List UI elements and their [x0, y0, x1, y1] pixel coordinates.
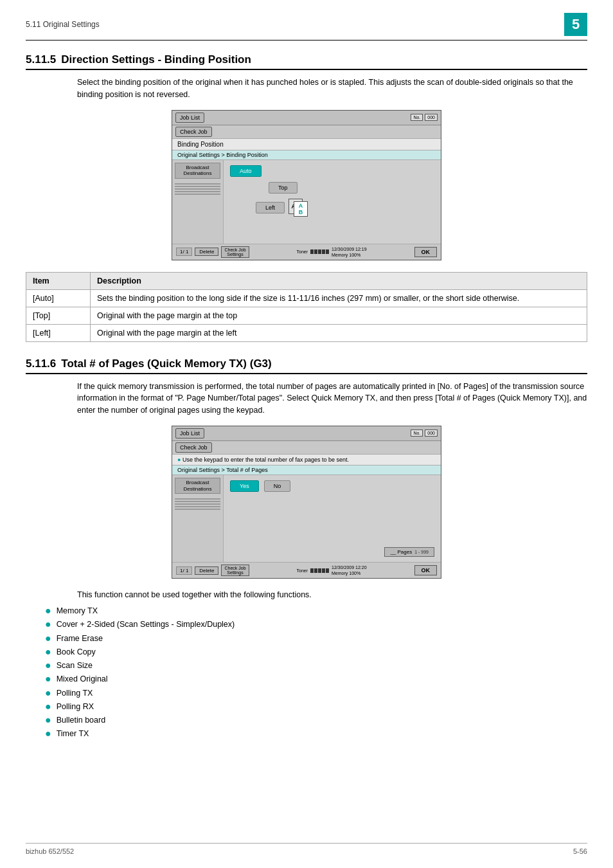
ui1-icon-000: 000 [425, 114, 438, 121]
ui2-sidebar-label: BroadcastDestinations [175, 478, 220, 494]
ui1-title: Binding Position [172, 139, 441, 150]
ui1-top-bar: Job List No. 000 [172, 111, 441, 125]
ui2-content: Yes No __ Pages 1 - 999 [224, 475, 441, 562]
list-item: ●Cover + 2-Sided (Scan Settings - Simple… [45, 618, 587, 631]
ui1-ok-btn[interactable]: OK [414, 247, 438, 257]
bullet-icon-0: ● [45, 604, 51, 618]
ui2-check-settings-btn[interactable]: Check JobSettings [221, 565, 249, 576]
section-511-6-desc: If the quick memory transmission is perf… [77, 381, 587, 417]
ui1-icon-area: No. 000 [411, 114, 438, 121]
ui2-delete-btn[interactable]: Delete [195, 566, 218, 575]
section-511-6-heading: 5.11.6Total # of Pages (Quick Memory TX)… [26, 357, 587, 374]
ui1-toner-bar [310, 249, 329, 254]
ui2-line-2 [175, 501, 220, 502]
ui1-seg2 [314, 249, 317, 254]
ui2-main-area: BroadcastDestinations Yes No __ Pages [172, 475, 441, 562]
list-item: ●Frame Erase [45, 632, 587, 646]
ui2-yes-no-row: Yes No [230, 480, 290, 492]
bullet-list: ●Memory TX ●Cover + 2-Sided (Scan Settin… [45, 604, 587, 741]
footer-left: bizhub 652/552 [26, 847, 74, 855]
ui1-sidebar-lines [175, 183, 220, 195]
page-footer: bizhub 652/552 5-56 [26, 843, 587, 855]
table-cell-item-2: [Left] [26, 324, 91, 341]
bullet-icon-1: ● [45, 618, 51, 631]
table-cell-item-0: [Auto] [26, 289, 91, 307]
ui2-line-4 [175, 506, 220, 507]
ui1-job-list-btn[interactable]: Job List [175, 113, 204, 123]
ui1-status: Toner 12/30/2009 12:19 Memory 100% [297, 246, 367, 258]
desc-table-1: Item Description [Auto] Sets the binding… [26, 272, 587, 342]
ui-mockup-2: Job List No. 000 Check Job ● Use the key… [172, 426, 441, 579]
ui1-seg5 [326, 249, 329, 254]
ui1-icon-no: No. [411, 114, 423, 121]
ui1-auto-btn[interactable]: Auto [230, 165, 262, 177]
col-desc-header: Description [91, 272, 587, 289]
ui2-toner-label: Toner [297, 568, 308, 573]
ui2-icon-no: No. [411, 429, 423, 437]
ui1-ab-front: AB [294, 201, 308, 217]
list-item: ●Memory TX [45, 604, 587, 618]
ui2-seg3 [318, 568, 321, 573]
ui2-page-indicator: 1/ 1 [176, 566, 192, 575]
ui2-yes-btn[interactable]: Yes [230, 480, 259, 492]
ui1-sidebar-label: BroadcastDestinations [175, 163, 220, 179]
bullet-icon-8: ● [45, 714, 51, 727]
ui2-icon-000: 000 [425, 429, 438, 437]
ui1-bottom-left: 1/ 1 Delete Check JobSettings [176, 246, 249, 258]
chapter-number: 5 [564, 13, 587, 36]
bullet-icon-7: ● [45, 700, 51, 714]
ui1-binding-row: Left AB AB [256, 199, 309, 217]
list-item: ●Book Copy [45, 646, 587, 659]
ui2-job-list-btn[interactable]: Job List [175, 428, 204, 439]
ui2-seg1 [310, 568, 314, 573]
ui1-line-5 [175, 194, 220, 195]
ui1-delete-btn[interactable]: Delete [195, 248, 218, 256]
ui1-top-btn[interactable]: Top [269, 182, 298, 194]
ui2-breadcrumb: Original Settings > Total # of Pages [172, 466, 441, 475]
ui1-ab-icon: AB AB [289, 199, 309, 217]
ui2-ok-btn[interactable]: OK [414, 565, 438, 575]
ui2-sidebar: BroadcastDestinations [172, 475, 224, 562]
ui2-status: Toner 12/30/2009 12:20 Memory 100% [297, 565, 367, 576]
ui2-toner-bar [310, 568, 329, 573]
ui2-line-5 [175, 509, 220, 510]
ui1-main-area: BroadcastDestinations Auto Top Left AB A… [172, 160, 441, 244]
ui2-seg5 [326, 568, 329, 573]
ui1-datetime: 12/30/2009 12:19 Memory 100% [332, 246, 367, 258]
ui2-no-btn[interactable]: No [264, 480, 291, 492]
ui2-check-job-btn[interactable]: Check Job [175, 442, 212, 453]
ui2-seg4 [322, 568, 325, 573]
ui2-top-bar: Job List No. 000 [172, 426, 441, 441]
bullet-icon-6: ● [45, 687, 51, 700]
col-item-header: Item [26, 272, 91, 289]
ui2-seg2 [314, 568, 317, 573]
ui1-left-btn[interactable]: Left [256, 202, 285, 213]
ui1-breadcrumb: Original Settings > Binding Position [172, 150, 441, 160]
table-cell-item-1: [Top] [26, 307, 91, 324]
ui1-toner-row: Toner 12/30/2009 12:19 Memory 100% [297, 246, 367, 258]
ui2-title: ● Use the keypad to enter the total numb… [172, 455, 441, 466]
bullet-icon-3: ● [45, 646, 51, 659]
bullet-icon-9: ● [45, 727, 51, 741]
bullet-icon-2: ● [45, 632, 51, 646]
ui1-toner-label: Toner [297, 249, 308, 254]
list-item: ●Mixed Original [45, 673, 587, 686]
bullet-icon-4: ● [45, 659, 51, 673]
ui1-check-job-btn[interactable]: Check Job [175, 127, 212, 137]
table-row: [Top] Original with the page margin at t… [26, 307, 587, 324]
ui2-pages-box: __ Pages 1 - 999 [384, 547, 434, 557]
table-cell-desc-1: Original with the page margin at the top [91, 307, 587, 324]
header-bar: 5.11 Original Settings 5 [26, 13, 587, 41]
ui1-seg1 [310, 249, 314, 254]
ui1-check-settings-btn[interactable]: Check JobSettings [221, 246, 249, 258]
ui1-bottom-bar: 1/ 1 Delete Check JobSettings Toner 12/3 [172, 244, 441, 260]
ui1-seg3 [318, 249, 321, 254]
ui1-content: Auto Top Left AB AB [224, 160, 441, 244]
ui2-bottom-bar: 1/ 1 Delete Check JobSettings Toner 12/3 [172, 562, 441, 578]
ui1-line-4 [175, 191, 220, 192]
ui1-seg4 [322, 249, 325, 254]
table-row: [Left] Original with the page margin at … [26, 324, 587, 341]
section-511-5-heading: 5.11.5Direction Settings - Binding Posit… [26, 53, 587, 70]
ui1-page-indicator: 1/ 1 [176, 248, 192, 256]
table-row: [Auto] Sets the binding position to the … [26, 289, 587, 307]
